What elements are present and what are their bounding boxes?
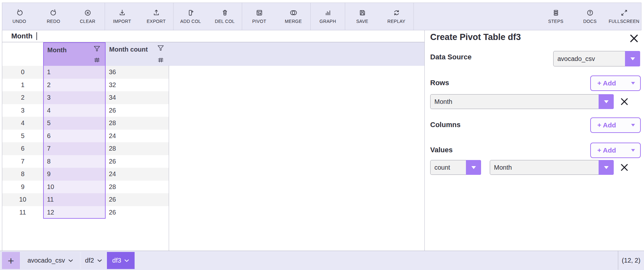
graph-button[interactable]: GRAPH	[311, 3, 345, 30]
cell-month[interactable]: 9	[43, 168, 106, 181]
cell-month-count[interactable]: 26	[106, 193, 169, 206]
cell-month[interactable]: 3	[43, 91, 106, 104]
toolbar: UNDO REDO CLEAR IMPORT EXPORT ADD COL DE…	[2, 3, 641, 30]
cell-month-count[interactable]: 26	[106, 104, 169, 117]
rows-add-button[interactable]: + Add	[590, 75, 641, 91]
index-column-header[interactable]	[2, 42, 43, 66]
values-add-label: + Add	[597, 146, 616, 154]
remove-row-entry-icon[interactable]	[620, 97, 629, 106]
cell-month[interactable]: 11	[43, 193, 106, 206]
pivot-panel: Create Pivot Table df3 Data Source avoca…	[424, 30, 644, 251]
row-index-cell[interactable]: 7	[2, 155, 43, 168]
sheet-tab-bar: + avocado_csv df2 df3 (12, 2)	[0, 251, 644, 270]
table-row: 5624	[2, 130, 424, 143]
pivot-button[interactable]: PIVOT	[242, 3, 276, 30]
cell-month[interactable]: 8	[43, 155, 106, 168]
row-index-cell[interactable]: 2	[2, 91, 43, 104]
steps-icon	[552, 9, 560, 16]
row-index-cell[interactable]: 9	[2, 181, 43, 194]
panel-title: Create Pivot Table df3	[430, 32, 521, 42]
replay-button[interactable]: REPLAY	[379, 3, 413, 30]
dropdown-caret-icon[interactable]	[599, 160, 614, 175]
delete-column-button[interactable]: DEL COL	[208, 3, 242, 30]
cell-month-count[interactable]: 32	[106, 79, 169, 92]
sheet-tab-label: df3	[112, 257, 121, 264]
table-row: 2334	[2, 91, 424, 104]
data-source-select[interactable]: avocado_csv	[553, 51, 640, 66]
add-sheet-button[interactable]: +	[2, 252, 20, 269]
row-index-cell[interactable]: 3	[2, 104, 43, 117]
export-button-label: EXPORT	[147, 19, 166, 24]
table-row: 101126	[2, 193, 424, 206]
sheet-tab-df3[interactable]: df3	[107, 252, 135, 269]
values-column-select[interactable]: Month	[490, 160, 614, 175]
row-index-cell[interactable]: 0	[2, 66, 43, 79]
undo-button[interactable]: UNDO	[2, 3, 36, 30]
cell-month-count[interactable]: 26	[106, 155, 169, 168]
dropdown-caret-icon[interactable]	[625, 51, 640, 66]
cell-month[interactable]: 1	[43, 66, 106, 79]
cell-month[interactable]: 12	[43, 206, 106, 219]
row-index-cell[interactable]: 10	[2, 193, 43, 206]
delete-column-button-label: DEL COL	[215, 19, 235, 24]
column-header-month-count[interactable]: Month count	[106, 42, 169, 66]
chevron-down-icon[interactable]	[97, 259, 102, 262]
cell-month-count[interactable]: 36	[106, 66, 169, 79]
undo-icon	[16, 9, 23, 16]
cell-month-count[interactable]: 26	[106, 206, 169, 219]
cell-month[interactable]: 7	[43, 142, 106, 155]
column-header-month[interactable]: Month	[43, 42, 106, 66]
values-aggregation-select[interactable]: count	[430, 160, 481, 175]
sheet-tab-label: df2	[85, 257, 94, 264]
rows-add-label: + Add	[597, 79, 616, 87]
row-index-cell[interactable]: 1	[2, 79, 43, 92]
cell-month-count[interactable]: 28	[106, 181, 169, 194]
row-index-cell[interactable]: 5	[2, 130, 43, 143]
dropdown-caret-icon[interactable]	[466, 160, 481, 175]
fullscreen-button[interactable]: FULLSCREEN	[607, 3, 641, 30]
close-icon[interactable]	[629, 34, 639, 43]
funnel-icon[interactable]	[94, 46, 100, 52]
values-add-button[interactable]: + Add	[590, 143, 641, 158]
cell-month-count[interactable]: 24	[106, 168, 169, 181]
formula-bar[interactable]: Month	[2, 30, 424, 42]
rows-entry-select[interactable]: Month	[430, 94, 614, 109]
sheet-tab-df2[interactable]: df2	[81, 252, 106, 269]
docs-button[interactable]: DOCS	[573, 3, 607, 30]
import-button[interactable]: IMPORT	[105, 3, 139, 30]
cell-month-count[interactable]: 24	[106, 130, 169, 143]
cell-month-count[interactable]: 28	[106, 117, 169, 130]
graph-button-label: GRAPH	[319, 19, 336, 24]
columns-add-button[interactable]: + Add	[590, 117, 641, 133]
cell-month[interactable]: 5	[43, 117, 106, 130]
save-button-label: SAVE	[356, 19, 368, 24]
chevron-down-icon[interactable]	[68, 259, 73, 262]
values-column-value: Month	[490, 160, 599, 175]
save-button[interactable]: SAVE	[345, 3, 379, 30]
add-column-button[interactable]: ADD COL	[174, 3, 208, 30]
cell-month-count[interactable]: 34	[106, 91, 169, 104]
cell-month[interactable]: 2	[43, 79, 106, 92]
funnel-icon[interactable]	[157, 45, 164, 51]
replay-button-label: REPLAY	[387, 19, 405, 24]
row-index-cell[interactable]: 6	[2, 142, 43, 155]
row-index-cell[interactable]: 4	[2, 117, 43, 130]
cell-month[interactable]: 10	[43, 181, 106, 194]
cell-month[interactable]: 4	[43, 104, 106, 117]
row-index-cell[interactable]: 11	[2, 206, 43, 219]
row-index-cell[interactable]: 8	[2, 168, 43, 181]
chevron-down-icon[interactable]	[124, 259, 129, 262]
redo-button[interactable]: REDO	[36, 3, 71, 30]
sheet-tab-label: avocado_csv	[27, 257, 65, 264]
sheet-body: 0136123223343426452856246728782689249102…	[2, 66, 424, 219]
clear-button[interactable]: CLEAR	[71, 3, 105, 30]
columns-label: Columns	[430, 121, 460, 129]
steps-button[interactable]: STEPS	[539, 3, 573, 30]
sheet-tab-avocado-csv[interactable]: avocado_csv	[21, 252, 80, 269]
export-button[interactable]: EXPORT	[139, 3, 173, 30]
cell-month-count[interactable]: 28	[106, 142, 169, 155]
remove-value-entry-icon[interactable]	[620, 163, 629, 172]
cell-month[interactable]: 6	[43, 130, 106, 143]
dropdown-caret-icon[interactable]	[599, 94, 614, 109]
merge-button[interactable]: MERGE	[276, 3, 310, 30]
